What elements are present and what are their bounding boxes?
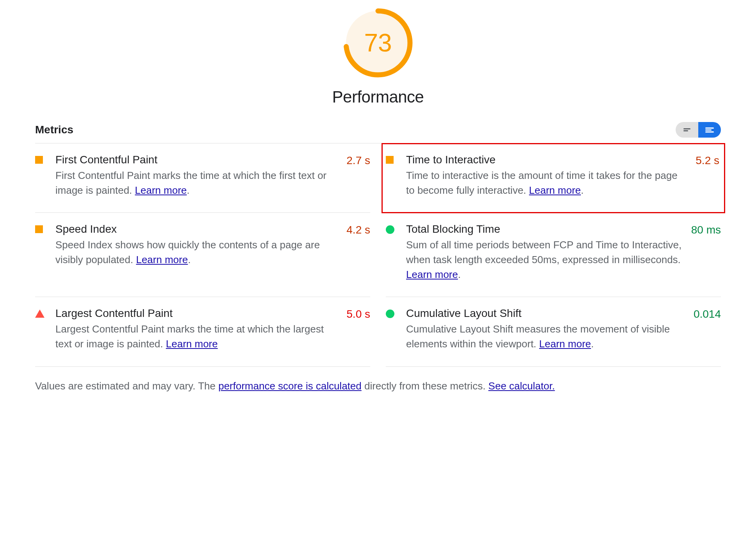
metric-description: Largest Contentful Paint marks the time … (55, 322, 339, 351)
square-icon (35, 156, 44, 164)
metric-value: 0.014 (694, 308, 721, 320)
metric-title: First Contentful Paint (55, 154, 339, 166)
learn-more-link[interactable]: Learn more (406, 269, 458, 280)
metric-title: Total Blocking Time (406, 223, 684, 235)
metric-tbt: Total Blocking TimeSum of all time perio… (386, 213, 721, 297)
metric-title: Largest Contentful Paint (55, 307, 339, 320)
metrics-grid: First Contentful PaintFirst Contentful P… (35, 143, 721, 367)
performance-score-link[interactable]: performance score is calculated (218, 380, 362, 392)
learn-more-link[interactable]: Learn more (166, 338, 218, 350)
metric-cls: Cumulative Layout ShiftCumulative Layout… (386, 297, 721, 366)
metric-value: 2.7 s (346, 154, 370, 167)
footnote-text-mid: directly from these metrics. (362, 380, 488, 392)
square-icon (35, 225, 44, 233)
metric-fcp: First Contentful PaintFirst Contentful P… (35, 143, 370, 213)
metric-body: Total Blocking TimeSum of all time perio… (406, 223, 691, 282)
footnote-text-pre: Values are estimated and may vary. The (35, 380, 218, 392)
collapse-view-icon (683, 127, 690, 132)
score-gauge: 73 (343, 8, 413, 78)
metric-body: Largest Contentful PaintLargest Contentf… (55, 307, 346, 351)
circle-icon (386, 310, 395, 318)
triangle-icon (35, 310, 44, 318)
metric-body: Speed IndexSpeed Index shows how quickly… (55, 223, 346, 267)
metric-si: Speed IndexSpeed Index shows how quickly… (35, 213, 370, 297)
metric-lcp: Largest Contentful PaintLargest Contentf… (35, 297, 370, 366)
collapse-view-button[interactable] (676, 122, 698, 138)
metric-tti: Time to InteractiveTime to interactive i… (382, 143, 725, 213)
learn-more-link[interactable]: Learn more (539, 338, 591, 350)
circle-icon (386, 225, 395, 234)
metric-description: Sum of all time periods between FCP and … (406, 238, 684, 282)
square-icon (386, 156, 395, 164)
metric-description: Speed Index shows how quickly the conten… (55, 238, 339, 267)
metric-value: 4.2 s (346, 224, 370, 236)
metric-title: Cumulative Layout Shift (406, 307, 687, 320)
score-section: 73 Performance (35, 8, 721, 106)
score-value: 73 (343, 8, 413, 78)
metric-value: 5.2 s (696, 154, 719, 167)
metric-value: 5.0 s (346, 308, 370, 320)
metric-body: Time to InteractiveTime to interactive i… (406, 154, 696, 198)
learn-more-link[interactable]: Learn more (529, 184, 581, 196)
metric-value: 80 ms (691, 224, 721, 236)
metric-body: First Contentful PaintFirst Contentful P… (55, 154, 346, 198)
metrics-header: Metrics (35, 122, 721, 143)
expand-view-icon (705, 127, 714, 133)
learn-more-link[interactable]: Learn more (135, 184, 187, 196)
view-toggle (676, 122, 721, 138)
see-calculator-link[interactable]: See calculator. (488, 380, 555, 392)
expand-view-button[interactable] (698, 122, 721, 138)
metrics-heading: Metrics (35, 124, 73, 136)
metric-description: First Contentful Paint marks the time at… (55, 168, 339, 198)
metric-description: Cumulative Layout Shift measures the mov… (406, 322, 687, 351)
metric-title: Time to Interactive (406, 154, 689, 166)
learn-more-link[interactable]: Learn more (136, 254, 188, 265)
metric-description: Time to interactive is the amount of tim… (406, 168, 689, 198)
score-title: Performance (35, 88, 721, 106)
metric-body: Cumulative Layout ShiftCumulative Layout… (406, 307, 694, 351)
footnote: Values are estimated and may vary. The p… (35, 367, 721, 392)
metric-title: Speed Index (55, 223, 339, 235)
